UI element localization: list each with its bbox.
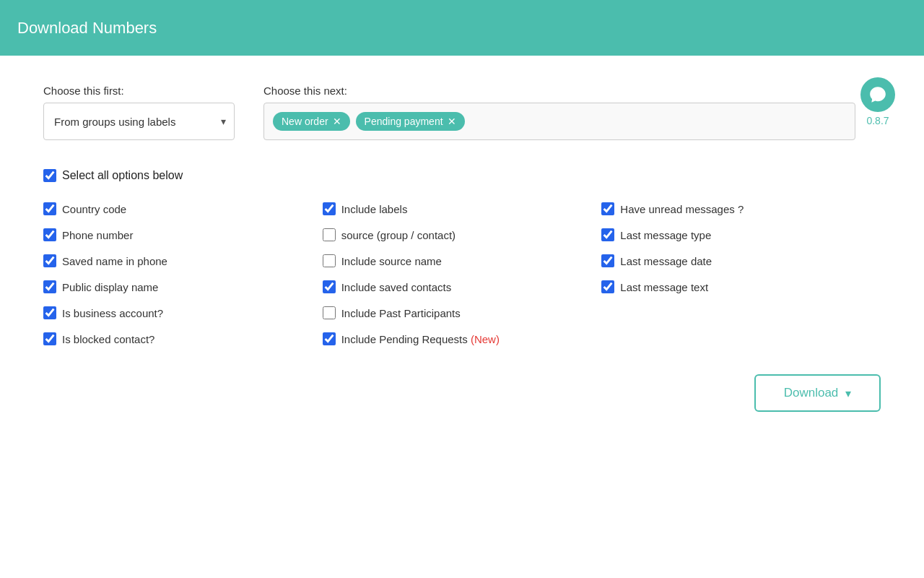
choose-first-select[interactable]: From groups using labels From contacts F… [43, 103, 235, 140]
checkbox-saved-name-phone[interactable] [43, 254, 56, 267]
checkbox-last-message-text[interactable] [601, 280, 614, 293]
choose-first-label: Choose this first: [43, 85, 235, 97]
select-all-checkbox[interactable] [43, 169, 56, 182]
checkbox-item-include-source-name: Include source name [323, 254, 602, 267]
tags-box[interactable]: New order ✕ Pending payment ✕ [263, 103, 855, 140]
label-last-message-text: Last message text [620, 281, 708, 293]
label-include-past-participants: Include Past Participants [341, 307, 461, 319]
checkbox-item-include-past-participants: Include Past Participants [323, 306, 602, 319]
checkbox-item-last-message-type: Last message type [601, 228, 881, 241]
tag-new-order-label: New order [282, 116, 328, 127]
tag-new-order: New order ✕ [273, 112, 350, 131]
choose-next-block: Choose this next: New order ✕ Pending pa… [263, 85, 855, 140]
tag-pending-payment-close[interactable]: ✕ [448, 116, 456, 126]
choose-row: Choose this first: From groups using lab… [43, 85, 881, 140]
label-public-display-name: Public display name [62, 281, 158, 293]
download-button-label: Download [784, 386, 839, 400]
checkbox-item-include-pending-requests: Include Pending Requests (New) [323, 332, 602, 345]
checkbox-is-blocked-contact[interactable] [43, 332, 56, 345]
label-include-pending-requests: Include Pending Requests (New) [341, 333, 500, 345]
label-last-message-date: Last message date [620, 255, 712, 267]
label-is-business-account: Is business account? [62, 307, 163, 319]
label-include-saved-contacts: Include saved contacts [341, 281, 452, 293]
checkbox-is-business-account[interactable] [43, 306, 56, 319]
checkbox-public-display-name[interactable] [43, 280, 56, 293]
page-title: Download Numbers [17, 19, 157, 38]
checkbox-include-past-participants[interactable] [323, 306, 336, 319]
label-saved-name-phone: Saved name in phone [62, 255, 167, 267]
checkbox-item-have-unread-messages: Have unread messages ? [601, 202, 881, 215]
checkbox-last-message-type[interactable] [601, 228, 614, 241]
checkbox-include-source-name[interactable] [323, 254, 336, 267]
checkboxes-grid: Country code Phone number Saved name in … [43, 202, 881, 345]
checkbox-item-country-code: Country code [43, 202, 323, 215]
checkbox-column-1: Country code Phone number Saved name in … [43, 202, 323, 345]
checkbox-include-saved-contacts[interactable] [323, 280, 336, 293]
label-phone-number: Phone number [62, 229, 133, 241]
checkbox-item-saved-name-phone: Saved name in phone [43, 254, 323, 267]
choose-first-block: Choose this first: From groups using lab… [43, 85, 235, 140]
header: Download Numbers [0, 0, 924, 56]
label-last-message-type: Last message type [620, 229, 711, 241]
download-button[interactable]: Download ▾ [754, 374, 881, 412]
main-content: 0.8.7 Choose this first: From groups usi… [0, 56, 924, 434]
select-all-row: Select all options below [43, 169, 881, 182]
download-row: Download ▾ [43, 374, 881, 412]
checkbox-item-public-display-name: Public display name [43, 280, 323, 293]
label-is-blocked-contact: Is blocked contact? [62, 333, 154, 345]
checkbox-item-include-labels: Include labels [323, 202, 602, 215]
checkbox-column-3: Have unread messages ? Last message type… [601, 202, 881, 345]
checkbox-phone-number[interactable] [43, 228, 56, 241]
download-chevron-icon: ▾ [845, 387, 851, 400]
chat-bubble-container: 0.8.7 [860, 77, 895, 126]
tag-pending-payment-label: Pending payment [365, 116, 443, 127]
checkbox-country-code[interactable] [43, 202, 56, 215]
choose-first-select-wrapper: From groups using labels From contacts F… [43, 103, 235, 140]
label-include-labels: Include labels [341, 203, 408, 215]
choose-next-label: Choose this next: [263, 85, 855, 97]
label-include-source-name: Include source name [341, 255, 442, 267]
label-source-group-contact: source (group / contact) [341, 229, 456, 241]
new-badge: (New) [471, 333, 500, 345]
label-have-unread-messages: Have unread messages ? [620, 203, 744, 215]
checkbox-item-is-blocked-contact: Is blocked contact? [43, 332, 323, 345]
tag-pending-payment: Pending payment ✕ [356, 112, 465, 131]
chat-bubble-icon[interactable] [860, 77, 895, 112]
checkbox-include-pending-requests[interactable] [323, 332, 336, 345]
tag-new-order-close[interactable]: ✕ [333, 116, 341, 126]
checkbox-include-labels[interactable] [323, 202, 336, 215]
checkbox-item-source-group-contact: source (group / contact) [323, 228, 602, 241]
checkbox-last-message-date[interactable] [601, 254, 614, 267]
checkbox-item-phone-number: Phone number [43, 228, 323, 241]
checkbox-item-include-saved-contacts: Include saved contacts [323, 280, 602, 293]
checkbox-column-2: Include labels source (group / contact) … [323, 202, 602, 345]
checkbox-item-last-message-text: Last message text [601, 280, 881, 293]
checkbox-item-last-message-date: Last message date [601, 254, 881, 267]
version-label: 0.8.7 [866, 115, 889, 126]
checkbox-have-unread-messages[interactable] [601, 202, 614, 215]
select-all-label: Select all options below [62, 169, 183, 182]
label-country-code: Country code [62, 203, 126, 215]
checkbox-item-is-business-account: Is business account? [43, 306, 323, 319]
checkbox-source-group-contact[interactable] [323, 228, 336, 241]
